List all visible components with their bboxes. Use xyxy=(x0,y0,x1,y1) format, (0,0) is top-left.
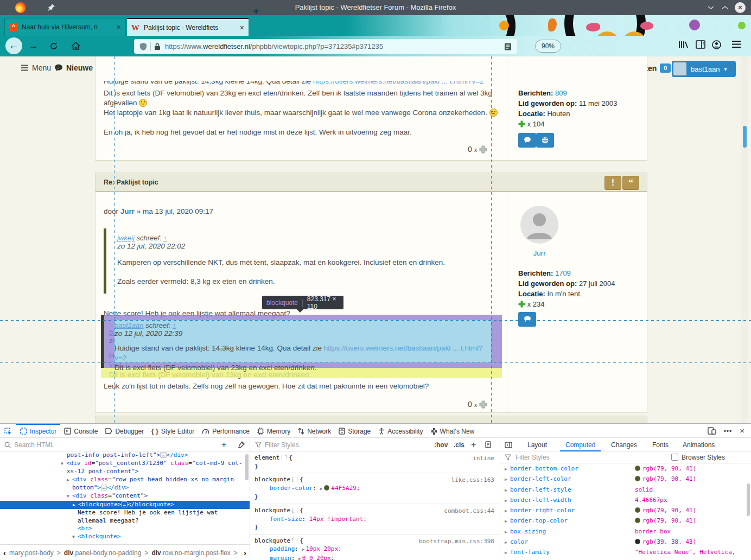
filter-styles-input[interactable]: Filter Styles xyxy=(255,438,299,451)
maximize-button[interactable] xyxy=(720,2,730,13)
reader-mode-icon[interactable] xyxy=(504,43,512,50)
tab-close-icon[interactable]: × xyxy=(240,23,244,32)
expander-icon[interactable]: ▶ xyxy=(73,501,78,510)
breadcrumb[interactable]: ‹ mary.post-body > div.panel-body.no-pad… xyxy=(0,544,250,560)
zoom-indicator[interactable]: 90% xyxy=(535,40,561,53)
forum-menu-button[interactable]: Menu xyxy=(21,63,51,72)
computed-row[interactable]: ▶border-bottom-colorrgb(79, 90, 41) xyxy=(500,463,751,474)
computed-row[interactable]: ▶font-family"Helvetica Neue", Helvetica, xyxy=(500,547,751,557)
lock-icon[interactable] xyxy=(154,43,161,50)
add-node-button[interactable]: + xyxy=(221,438,226,451)
rule-blockquote-comboot[interactable]: blockquote{comboot.css:44 font-size: 14p… xyxy=(250,504,500,534)
tab-performance[interactable]: Performance xyxy=(198,424,253,437)
quoted-author-link[interactable]: jwkeij xyxy=(117,234,135,242)
computed-row[interactable]: ▶box-sizingborder-box xyxy=(500,526,751,537)
close-button[interactable]: × xyxy=(735,2,746,13)
post1-like-counter[interactable]: 0 x xyxy=(468,145,487,154)
rule-source[interactable]: bootstrap.min.css:398 xyxy=(419,537,494,546)
tab-memory[interactable]: Memory xyxy=(253,424,294,437)
class-toggle[interactable]: .cls xyxy=(454,438,464,451)
rule-source[interactable]: inline xyxy=(473,454,494,463)
color-swatch[interactable] xyxy=(324,485,329,491)
search-html-input[interactable]: Search HTML xyxy=(4,438,211,451)
pick-element-button[interactable] xyxy=(0,424,16,437)
computed-row[interactable]: ▶border-right-colorrgb(79, 90, 41) xyxy=(500,505,751,516)
computed-view[interactable]: Filter Styles Browser Styles ▶border-bot… xyxy=(500,451,751,560)
breadcrumb-item[interactable]: div.row.no-margin.post-flex xyxy=(151,549,230,557)
pseudo-class-toggle[interactable]: :hov xyxy=(434,438,448,451)
post2-avatar[interactable] xyxy=(520,206,558,244)
side-tab-layout[interactable]: Layout xyxy=(522,438,552,451)
side-tab-changes[interactable]: Changes xyxy=(606,438,642,451)
expander-icon[interactable]: ▼ xyxy=(67,493,72,501)
sidebar-expand-icon[interactable] xyxy=(505,438,512,451)
expander-icon[interactable]: ▼ xyxy=(61,460,66,468)
highlight-target-icon[interactable] xyxy=(292,508,297,513)
computed-row[interactable]: ▶border-left-colorrgb(79, 90, 41) xyxy=(500,474,751,484)
rule-blockquote-bootstrap[interactable]: blockquote{bootstrap.min.css:398 padding… xyxy=(250,534,500,560)
quote-post-button[interactable]: “ xyxy=(622,176,639,190)
breadcrumb-forward-icon[interactable]: › xyxy=(244,548,246,557)
breadcrumb-back-icon[interactable]: ‹ xyxy=(3,548,6,557)
computed-scrollbar-thumb[interactable] xyxy=(747,483,750,516)
author-link[interactable]: Jurr xyxy=(120,207,135,215)
quote-jump-arrow[interactable]: ↑ xyxy=(163,234,167,242)
devtools-meatball-menu[interactable]: ••• xyxy=(724,427,733,435)
paklijst-link[interactable]: https://users.welmers.net/bastiaan/pakl … xyxy=(313,81,484,85)
rule-blockquote-like[interactable]: blockquote{like.css:163 border-color: ▶#… xyxy=(250,473,500,504)
library-icon[interactable] xyxy=(678,40,688,49)
post2-author-link[interactable]: Jurr xyxy=(508,248,571,258)
post2-like-counter[interactable]: 0 x xyxy=(468,400,487,409)
computed-row[interactable]: ▶border-top-colorrgb(79, 90, 41) xyxy=(500,516,751,526)
add-rule-button[interactable]: + xyxy=(471,438,476,451)
rules-view[interactable]: element{inline } blockquote{like.css:163… xyxy=(250,451,500,560)
back-button[interactable]: ← xyxy=(5,37,22,54)
post1-pm-button[interactable] xyxy=(518,133,536,148)
computed-row[interactable]: ▶border-left-width4.46667px xyxy=(500,495,751,505)
computed-filter-input[interactable]: Filter Styles xyxy=(515,454,550,461)
post-count-link[interactable]: 809 xyxy=(555,89,567,97)
reload-button[interactable] xyxy=(47,39,61,53)
selected-node-blockquote[interactable]: ▶<blockquote>…</blockquote> xyxy=(0,501,250,510)
responsive-mode-icon[interactable] xyxy=(708,427,716,435)
checkbox[interactable] xyxy=(671,454,678,461)
tab-whats-new[interactable]: What's New xyxy=(427,424,479,437)
minimize-button[interactable] xyxy=(705,2,716,13)
breadcrumb-item[interactable]: mary.post-body xyxy=(9,549,54,557)
tab-console[interactable]: Console xyxy=(60,424,101,437)
side-tab-fonts[interactable]: Fonts xyxy=(647,438,674,451)
expander-icon[interactable]: ▼ xyxy=(72,533,78,542)
tab-accessibility[interactable]: Accessibility xyxy=(374,424,427,437)
markup-scrollbar-thumb[interactable] xyxy=(245,454,249,480)
expander-icon[interactable]: ▶ xyxy=(67,476,72,485)
new-tab-button[interactable]: + xyxy=(253,5,259,18)
tab-network[interactable]: Network xyxy=(294,424,335,437)
rule-element[interactable]: element{inline } xyxy=(250,451,500,473)
highlight-target-icon[interactable] xyxy=(292,538,297,543)
page-scrollbar-thumb[interactable] xyxy=(743,126,747,148)
eyedropper-icon[interactable] xyxy=(238,438,245,451)
markup-view[interactable]: post-info post-info-left">…</div> ▼<div … xyxy=(0,451,250,544)
tracking-shield-icon[interactable] xyxy=(139,42,147,51)
forward-button[interactable]: → xyxy=(26,39,40,53)
quote-jump-arrow[interactable]: ↑ xyxy=(173,321,176,329)
highlight-target-icon[interactable] xyxy=(282,455,287,460)
tab-close-icon[interactable]: × xyxy=(117,23,121,31)
account-icon[interactable] xyxy=(712,40,721,49)
post2-pm-button[interactable] xyxy=(518,312,536,327)
computed-row[interactable]: ▶border-left-stylesolid xyxy=(500,485,751,495)
post-count-link[interactable]: 1709 xyxy=(555,269,571,277)
devtools-close-icon[interactable]: × xyxy=(740,426,744,435)
tab-wereldfietser[interactable]: W Paklijst topic - Wereldfiets × xyxy=(127,18,249,36)
menu-hamburger-icon[interactable] xyxy=(731,40,741,48)
tab-debugger[interactable]: Debugger xyxy=(101,424,148,437)
url-bar[interactable]: https://www.wereldfietser.nl/phpbb/viewt… xyxy=(134,39,517,54)
highlight-target-icon[interactable] xyxy=(292,477,297,482)
tab-style-editor[interactable]: { } Style Editor xyxy=(148,424,198,437)
computed-row[interactable]: ▶colorrgb(39, 38, 43) xyxy=(500,537,751,547)
tab-strava[interactable]: ^ Naar huis via Hilversum, n × xyxy=(4,18,126,36)
rule-source[interactable]: comboot.css:44 xyxy=(444,507,494,516)
print-media-icon[interactable] xyxy=(485,438,491,451)
rule-source[interactable]: like.css:163 xyxy=(451,476,494,485)
breadcrumb-item[interactable]: div.panel-body.no-padding xyxy=(64,549,142,557)
